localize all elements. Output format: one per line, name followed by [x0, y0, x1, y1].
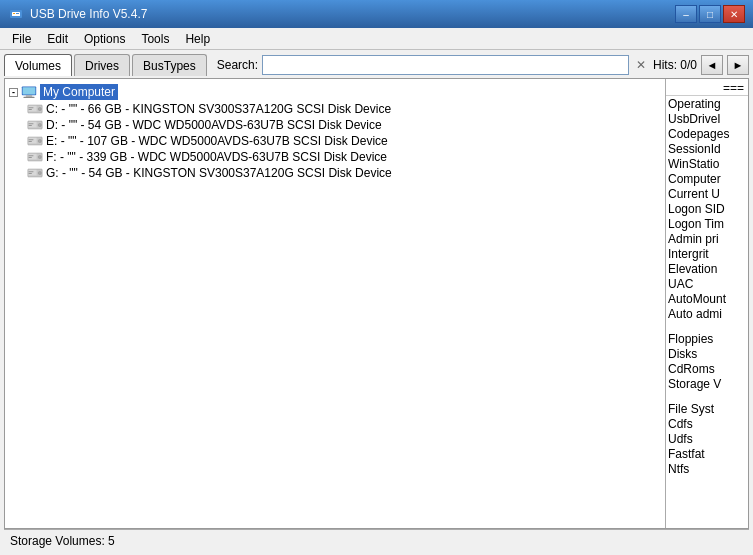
prop-item-2-4[interactable]: Ntfs	[666, 462, 748, 477]
prop-item-1-2[interactable]: CdRoms	[666, 362, 748, 377]
menu-file[interactable]: File	[4, 30, 39, 48]
prop-section-0: OperatingUsbDriveICodepagesSessionIdWinS…	[666, 97, 748, 322]
tree-drive-e[interactable]: E: - "" - 107 GB - WDC WD5000AVDS-63U7B …	[25, 133, 663, 149]
svg-rect-2	[13, 13, 15, 14]
title-buttons: – □ ✕	[675, 5, 745, 23]
menu-bar: File Edit Options Tools Help	[0, 28, 753, 50]
prop-item-1-1[interactable]: Disks	[666, 347, 748, 362]
search-next-button[interactable]: ►	[727, 55, 749, 75]
prop-section-1: FloppiesDisksCdRomsStorage V	[666, 332, 748, 392]
toolbar-row: Volumes Drives BusTypes Search: ✕ Hits: …	[4, 54, 749, 76]
tabs: Volumes Drives BusTypes	[4, 54, 209, 76]
prop-item-0-7[interactable]: Logon SID	[666, 202, 748, 217]
menu-options[interactable]: Options	[76, 30, 133, 48]
svg-rect-24	[29, 154, 37, 160]
prop-item-0-3[interactable]: SessionId	[666, 142, 748, 157]
prop-item-1-0[interactable]: Floppies	[666, 332, 748, 347]
svg-rect-22	[29, 141, 32, 142]
drive-letter: E: - "" - 107 GB - WDC WD5000AVDS-63U7B …	[46, 134, 388, 148]
search-label: Search:	[217, 58, 258, 72]
prop-item-0-14[interactable]: Auto admi	[666, 307, 748, 322]
prop-item-1-3[interactable]: Storage V	[666, 377, 748, 392]
drive-letter: G: - "" - 54 GB - KINGSTON SV300S37A120G…	[46, 166, 392, 180]
svg-rect-16	[29, 123, 34, 124]
prop-item-0-13[interactable]: AutoMount	[666, 292, 748, 307]
svg-point-15	[38, 123, 41, 126]
search-clear-button[interactable]: ✕	[633, 58, 649, 72]
prop-divider: ===	[666, 81, 748, 96]
close-button[interactable]: ✕	[723, 5, 745, 23]
prop-item-2-3[interactable]: Fastfat	[666, 447, 748, 462]
prop-item-0-0[interactable]: Operating	[666, 97, 748, 112]
svg-rect-21	[29, 139, 34, 140]
menu-tools[interactable]: Tools	[133, 30, 177, 48]
svg-rect-19	[29, 138, 37, 144]
tree-collapse-icon[interactable]: -	[9, 88, 18, 97]
svg-rect-17	[29, 125, 32, 126]
section-spacer-1	[666, 394, 748, 402]
svg-rect-32	[29, 173, 32, 174]
tab-drives[interactable]: Drives	[74, 54, 130, 76]
status-text: Storage Volumes: 5	[10, 534, 115, 548]
tab-volumes[interactable]: Volumes	[4, 54, 72, 76]
drive-icon	[27, 167, 43, 179]
svg-rect-29	[29, 170, 37, 176]
drive-letter: D: - "" - 54 GB - WDC WD5000AVDS-63U7B S…	[46, 118, 382, 132]
computer-icon	[21, 85, 37, 99]
svg-rect-7	[23, 97, 34, 98]
menu-edit[interactable]: Edit	[39, 30, 76, 48]
prop-item-2-1[interactable]: Cdfs	[666, 417, 748, 432]
svg-rect-5	[23, 87, 36, 94]
title-text: USB Drive Info V5.4.7	[30, 7, 147, 21]
status-bar: Storage Volumes: 5	[4, 529, 749, 551]
prop-item-0-8[interactable]: Logon Tim	[666, 217, 748, 232]
tree-root-item[interactable]: - My Computer	[7, 83, 663, 101]
title-bar-left: USB Drive Info V5.4.7	[8, 6, 147, 22]
svg-point-10	[38, 107, 41, 110]
drive-letter: F: - "" - 339 GB - WDC WD5000AVDS-63U7B …	[46, 150, 387, 164]
drive-icon	[27, 135, 43, 147]
menu-help[interactable]: Help	[177, 30, 218, 48]
svg-rect-27	[29, 157, 32, 158]
right-panel-content: OperatingUsbDriveICodepagesSessionIdWinS…	[666, 97, 748, 477]
title-bar: USB Drive Info V5.4.7 – □ ✕	[0, 0, 753, 28]
minimize-button[interactable]: –	[675, 5, 697, 23]
tree-drive-d[interactable]: D: - "" - 54 GB - WDC WD5000AVDS-63U7B S…	[25, 117, 663, 133]
prop-item-2-2[interactable]: Udfs	[666, 432, 748, 447]
prop-item-0-10[interactable]: Intergrit	[666, 247, 748, 262]
app-icon	[8, 6, 24, 22]
prop-item-0-11[interactable]: Elevation	[666, 262, 748, 277]
svg-rect-26	[29, 155, 34, 156]
svg-rect-6	[26, 95, 32, 97]
drive-letter: C: - "" - 66 GB - KINGSTON SV300S37A120G…	[46, 102, 391, 116]
svg-rect-9	[29, 106, 37, 112]
tree-drive-c[interactable]: C: - "" - 66 GB - KINGSTON SV300S37A120G…	[25, 101, 663, 117]
svg-point-30	[38, 171, 41, 174]
svg-point-20	[38, 139, 41, 142]
prop-item-2-0[interactable]: File Syst	[666, 402, 748, 417]
svg-rect-31	[29, 171, 34, 172]
prop-item-0-2[interactable]: Codepages	[666, 127, 748, 142]
prop-item-0-12[interactable]: UAC	[666, 277, 748, 292]
tree-drive-g[interactable]: G: - "" - 54 GB - KINGSTON SV300S37A120G…	[25, 165, 663, 181]
maximize-button[interactable]: □	[699, 5, 721, 23]
prop-item-0-5[interactable]: Computer	[666, 172, 748, 187]
prop-item-0-9[interactable]: Admin pri	[666, 232, 748, 247]
drive-icon	[27, 103, 43, 115]
tree-root-label[interactable]: My Computer	[40, 84, 118, 100]
tree-drive-f[interactable]: F: - "" - 339 GB - WDC WD5000AVDS-63U7B …	[25, 149, 663, 165]
hits-label: Hits: 0/0	[653, 58, 697, 72]
prop-item-0-1[interactable]: UsbDriveI	[666, 112, 748, 127]
tree-root: - My Computer C: - "" - 66 GB - KINGSTON	[7, 83, 663, 181]
tab-bustypes[interactable]: BusTypes	[132, 54, 207, 76]
svg-rect-14	[29, 122, 37, 128]
svg-rect-12	[29, 109, 32, 110]
search-input[interactable]	[262, 55, 629, 75]
prop-item-0-6[interactable]: Current U	[666, 187, 748, 202]
section-spacer-0	[666, 324, 748, 332]
svg-rect-11	[29, 107, 34, 108]
svg-point-25	[38, 155, 41, 158]
search-prev-button[interactable]: ◄	[701, 55, 723, 75]
prop-item-0-4[interactable]: WinStatio	[666, 157, 748, 172]
right-panel: === OperatingUsbDriveICodepagesSessionId…	[666, 79, 748, 528]
